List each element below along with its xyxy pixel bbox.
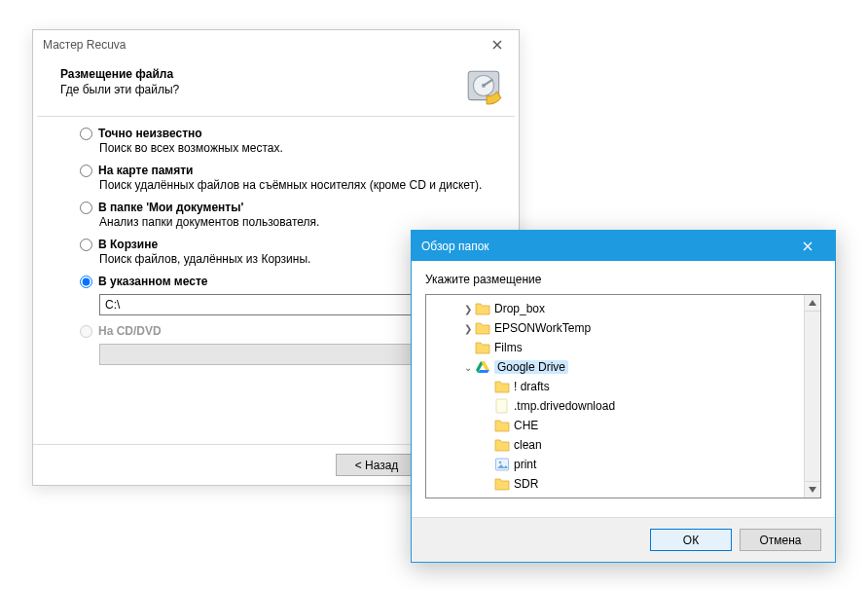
option-desc: Анализ папки документов пользователя. [99, 215, 499, 229]
tree-item-label: Drop_box [494, 302, 545, 315]
radio-memorycard[interactable]: На карте памяти [80, 164, 499, 177]
tree-item-label: .tmp.drivedownload [514, 399, 615, 413]
option-desc: Поиск удалённых файлов на съёмных носите… [99, 178, 499, 192]
tree-item[interactable]: SDR [426, 474, 804, 494]
option-memorycard: На карте памяти Поиск удалённых файлов н… [80, 164, 499, 192]
tree-item[interactable]: CHE [426, 416, 804, 435]
tree-item-label: EPSONWorkTemp [494, 321, 591, 335]
tree-item[interactable]: .tmp.drivedownload [426, 396, 804, 416]
folder-icon [475, 301, 490, 316]
expander-icon[interactable]: ❯ [461, 304, 475, 314]
scroll-down-icon[interactable] [805, 481, 820, 498]
tree-item-label: Films [494, 341, 523, 354]
gdrive-icon [475, 359, 490, 375]
browse-label: Укажите размещение [412, 261, 835, 294]
radio-mydocs[interactable]: В папке 'Мои документы' [80, 201, 499, 214]
expander-icon[interactable]: ⌄ [461, 362, 475, 373]
wizard-header-title: Размещение файла [60, 67, 454, 81]
tree-item-label: clean [514, 438, 542, 452]
option-unknown: Точно неизвестно Поиск во всех возможных… [80, 127, 499, 155]
browse-titlebar[interactable]: Обзор папок [412, 231, 835, 261]
tree-item[interactable]: Films [426, 338, 804, 357]
back-button[interactable]: < Назад [336, 454, 417, 476]
folder-icon [494, 379, 510, 394]
folder-icon [494, 418, 510, 433]
tree-item-label: Google Drive [494, 360, 568, 374]
option-mydocs: В папке 'Мои документы' Анализ папки док… [80, 201, 499, 229]
tree-item-label: print [514, 458, 536, 471]
tree-item[interactable]: ❯EPSONWorkTemp [426, 318, 804, 338]
folder-icon [475, 320, 490, 336]
scrollbar[interactable] [804, 295, 820, 498]
tree-item[interactable]: ! drafts [426, 377, 804, 396]
tree-item[interactable]: clean [426, 435, 804, 455]
browse-folders-dialog: Обзор папок Укажите размещение ❯Drop_box… [411, 230, 836, 563]
expander-icon[interactable]: ❯ [461, 323, 475, 334]
tree-item-label: ! drafts [514, 380, 550, 393]
browse-title-text: Обзор папок [421, 240, 489, 253]
cancel-button[interactable]: Отмена [740, 529, 821, 551]
tree-item[interactable]: ⌄Google Drive [426, 357, 804, 377]
option-desc: Поиск во всех возможных местах. [99, 141, 499, 155]
ok-button[interactable]: ОК [650, 529, 732, 551]
wizard-header-subtitle: Где были эти файлы? [60, 83, 454, 96]
tree-item-label: CHE [514, 419, 538, 432]
wizard-title-text: Мастер Recuva [43, 38, 127, 52]
cddvd-drive-combo [99, 344, 446, 365]
blank-icon [494, 398, 510, 414]
radio-unknown[interactable]: Точно неизвестно [80, 127, 499, 140]
image-icon [494, 457, 510, 472]
browse-footer: ОК Отмена [412, 517, 835, 562]
wizard-titlebar[interactable]: Мастер Recuva [33, 30, 519, 59]
close-icon[interactable] [484, 34, 511, 55]
close-icon[interactable] [786, 232, 829, 261]
folder-icon [494, 476, 510, 492]
wizard-header: Размещение файла Где были эти файлы? [33, 59, 519, 116]
tree-item-label: SDR [514, 477, 538, 491]
folder-icon [475, 340, 490, 355]
harddrive-icon [464, 67, 505, 108]
folder-tree: ❯Drop_box❯EPSONWorkTempFilms⌄Google Driv… [425, 294, 821, 498]
path-input[interactable] [99, 294, 446, 315]
folder-icon [494, 437, 510, 453]
tree-item[interactable]: print [426, 455, 804, 474]
tree-item[interactable]: ❯Drop_box [426, 299, 804, 318]
scroll-up-icon[interactable] [805, 295, 820, 312]
